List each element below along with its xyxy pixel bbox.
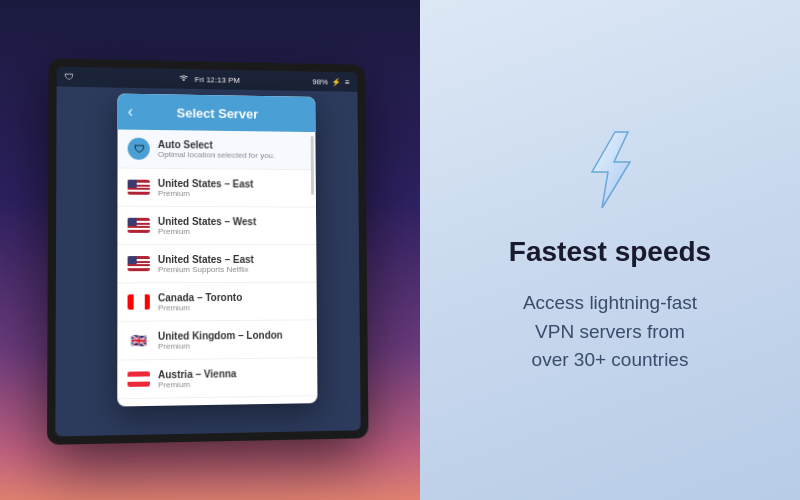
server-name-us-east-netflix: United States – East — [158, 253, 307, 264]
server-item-ca-toronto[interactable]: Canada – Toronto Premium — [117, 283, 317, 322]
server-info-us-east: United States – East Premium — [158, 177, 306, 198]
server-item-us-west[interactable]: United States – West Premium — [117, 207, 316, 245]
battery-text: 98% — [312, 77, 328, 86]
server-name-au-sydney: Australia – Sydney — [158, 405, 308, 407]
server-name-ca-toronto: Canada – Toronto — [158, 291, 307, 303]
server-info-ca-toronto: Canada – Toronto Premium — [158, 291, 307, 312]
server-item-us-east-netflix[interactable]: United States – East Premium Supports Ne… — [117, 245, 316, 283]
left-panel: 🛡 Fri 12:13 PM 98% ⚡ ≡ ‹ Sel — [0, 0, 420, 500]
lightning-container — [565, 125, 655, 215]
menu-icon: ≡ — [345, 78, 350, 87]
server-tag-us-west: Premium — [158, 226, 307, 235]
wifi-icon — [179, 74, 189, 84]
menubar-center: Fri 12:13 PM — [179, 74, 240, 85]
mac-menubar: 🛡 Fri 12:13 PM 98% ⚡ ≡ — [57, 67, 358, 92]
svg-marker-0 — [592, 132, 630, 208]
server-tag-us-east: Premium — [158, 188, 306, 198]
menubar-time: Fri 12:13 PM — [195, 75, 240, 85]
menubar-right: 98% ⚡ ≡ — [312, 77, 349, 86]
back-button[interactable]: ‹ — [128, 103, 133, 121]
scrollbar[interactable] — [311, 136, 314, 195]
auto-select-icon — [128, 138, 150, 160]
server-tag-auto: Optimal location selected for you. — [158, 150, 306, 160]
app-header: ‹ Select Server — [118, 94, 316, 132]
server-info-us-west: United States – West Premium — [158, 215, 307, 235]
right-panel: Fastest speeds Access lightning-fastVPN … — [420, 0, 800, 500]
flag-uk-london: 🇬🇧 — [128, 333, 150, 348]
headline: Fastest speeds — [509, 235, 711, 269]
server-tag-at-vienna: Premium — [158, 378, 308, 389]
server-info-auto: Auto Select Optimal location selected fo… — [158, 139, 306, 160]
server-tag-uk-london: Premium — [158, 340, 307, 351]
lightning-bolt-icon — [580, 130, 640, 210]
server-tag-us-east-netflix: Premium Supports Netflix — [158, 264, 307, 273]
app-panel: ‹ Select Server Auto Select Optimal loca… — [117, 94, 317, 407]
laptop-screen: 🛡 Fri 12:13 PM 98% ⚡ ≡ ‹ Sel — [55, 67, 360, 437]
server-name-us-west: United States – West — [158, 215, 307, 226]
flag-us-west — [128, 218, 150, 233]
menubar-left-icons: 🛡 — [65, 72, 74, 82]
vpn-icon: 🛡 — [65, 72, 74, 82]
app-title: Select Server — [177, 105, 259, 121]
flag-ca-toronto — [128, 294, 150, 309]
server-item-us-east[interactable]: United States – East Premium — [117, 169, 316, 208]
flag-us-east — [128, 180, 150, 195]
server-info-au-sydney: Australia – Sydney Premium — [158, 405, 308, 407]
server-item-auto[interactable]: Auto Select Optimal location selected fo… — [118, 129, 316, 170]
battery-icon: ⚡ — [332, 77, 342, 86]
flag-us-east-netflix — [128, 256, 150, 271]
server-item-uk-london[interactable]: 🇬🇧 United Kingdom – London Premium — [117, 320, 317, 360]
server-info-uk-london: United Kingdom – London Premium — [158, 329, 307, 351]
server-tag-ca-toronto: Premium — [158, 302, 307, 312]
subtext: Access lightning-fastVPN servers fromove… — [523, 289, 697, 375]
server-name-us-east: United States – East — [158, 177, 306, 189]
laptop-frame: 🛡 Fri 12:13 PM 98% ⚡ ≡ ‹ Sel — [47, 58, 369, 445]
server-info-at-vienna: Austria – Vienna Premium — [158, 367, 308, 389]
server-info-us-east-netflix: United States – East Premium Supports Ne… — [158, 253, 307, 273]
flag-at-vienna — [128, 371, 150, 387]
server-item-at-vienna[interactable]: Austria – Vienna Premium — [117, 358, 317, 399]
server-list: Auto Select Optimal location selected fo… — [117, 129, 317, 406]
